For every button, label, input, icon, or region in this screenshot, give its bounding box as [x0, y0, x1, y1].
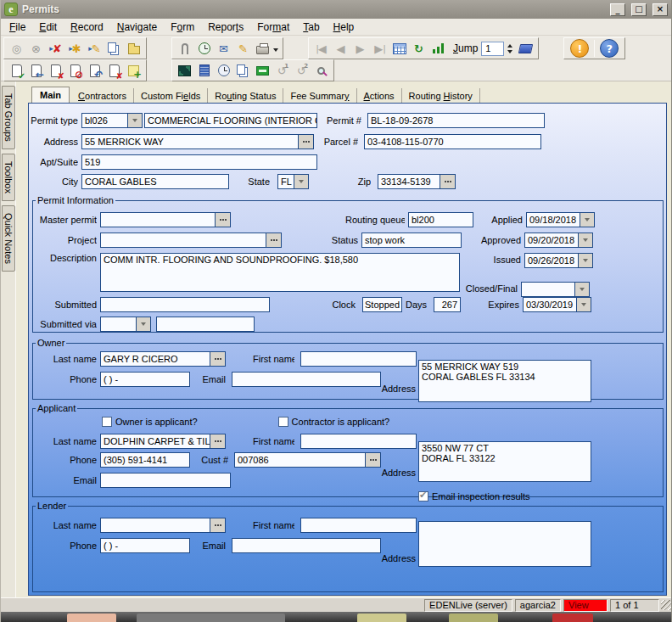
address-field[interactable]: 55 MERRICK WAY — [81, 134, 299, 149]
owner-is-applicant-checkbox[interactable] — [102, 417, 112, 427]
approved-date-field[interactable]: 09/20/2018 — [524, 233, 579, 248]
refresh-button[interactable]: ↻ — [409, 39, 428, 58]
sort-button[interactable] — [428, 39, 448, 58]
grid-view-button[interactable] — [389, 39, 409, 58]
undo-record-button[interactable]: ↶ — [85, 61, 104, 80]
description-field[interactable]: COMM INTR. FLOORING AND SOUNDPROOFING. $… — [100, 253, 460, 292]
submitted-field[interactable] — [100, 297, 270, 312]
menu-file[interactable]: File — [3, 20, 32, 35]
state-field[interactable]: FL — [277, 174, 294, 189]
maximize-button[interactable]: □ — [631, 3, 647, 16]
lender-phone-field[interactable]: ( ) - — [100, 538, 190, 553]
print-dropdown-arrow[interactable] — [273, 48, 278, 54]
master-permit-field[interactable] — [100, 212, 216, 227]
permit-type-field[interactable]: bl026 — [81, 113, 128, 128]
applicant-cust-lookup-button[interactable] — [366, 452, 381, 468]
stop-record-button[interactable]: ⊘ — [65, 61, 85, 80]
applied-date-dropdown-button[interactable] — [580, 212, 595, 227]
taskbar-app-3[interactable] — [357, 614, 406, 622]
contractor-is-applicant-checkbox[interactable] — [278, 417, 288, 427]
applicant-email-field[interactable] — [100, 473, 231, 488]
tab-actions[interactable]: Actions — [357, 88, 402, 103]
map-button[interactable] — [175, 61, 194, 80]
applied-date-field[interactable]: 09/18/2018 — [526, 212, 580, 227]
new-record-button[interactable]: ▸✱ — [65, 39, 85, 58]
copy-record-button[interactable] — [104, 39, 124, 58]
menu-tab[interactable]: Tab — [296, 20, 326, 35]
zip-lookup-button[interactable] — [440, 174, 456, 189]
owner-email-field[interactable] — [232, 372, 381, 387]
applicant-phone-field[interactable]: (305) 591-4141 — [100, 452, 190, 468]
return-record-button[interactable]: ← — [26, 61, 46, 80]
applicant-last-name-field[interactable]: DOLPHIN CARPET & TILE — [100, 434, 210, 449]
project-lookup-button[interactable] — [266, 233, 282, 248]
applicant-cust-field[interactable]: 007086 — [234, 452, 366, 468]
alerts-button[interactable]: ! — [570, 39, 589, 58]
permit-number-field[interactable]: BL-18-09-2678 — [367, 113, 545, 128]
record-history-button[interactable] — [194, 39, 214, 58]
last-record-button[interactable]: ▶| — [370, 39, 389, 58]
expires-date-field[interactable]: 03/30/2019 — [523, 297, 577, 312]
owner-phone-field[interactable]: ( ) - — [100, 372, 190, 387]
spin-up-icon[interactable] — [507, 44, 512, 48]
submitted-via-dropdown-button[interactable] — [137, 317, 151, 332]
owner-first-name-field[interactable] — [300, 351, 417, 367]
city-field[interactable]: CORAL GABLES — [81, 174, 229, 189]
first-record-button[interactable]: |◀ — [311, 39, 331, 58]
issued-date-dropdown-button[interactable] — [579, 253, 593, 268]
closed-final-dropdown-button[interactable] — [575, 282, 590, 297]
tab-custom-fields[interactable]: Custom Fields — [134, 88, 208, 103]
delete-record-button[interactable]: ▸✘ — [46, 39, 65, 58]
person-search-button[interactable] — [311, 61, 331, 80]
owner-address-field[interactable]: 55 MERRICK WAY 519 CORAL GABLES FL 33134 — [418, 360, 591, 402]
taskbar-app-1[interactable] — [67, 614, 116, 622]
clock-field[interactable]: Stopped — [362, 297, 402, 312]
lender-email-field[interactable] — [232, 538, 381, 553]
parcel-number-field[interactable]: 03-4108-115-0770 — [364, 134, 541, 149]
expires-date-dropdown-button[interactable] — [577, 297, 591, 312]
taskbar-app-4[interactable] — [449, 614, 498, 622]
menu-reports[interactable]: Reports — [201, 20, 250, 35]
fees-button[interactable] — [253, 61, 272, 80]
tab-contractors[interactable]: Contractors — [71, 88, 134, 103]
reject-record-button[interactable]: ✘ — [46, 61, 65, 80]
project-field[interactable] — [100, 233, 266, 248]
menu-help[interactable]: Help — [327, 20, 361, 35]
master-permit-lookup-button[interactable] — [216, 212, 231, 227]
apt-suite-field[interactable]: 519 — [81, 154, 317, 170]
permit-type-dropdown-button[interactable] — [128, 113, 143, 128]
applicant-lookup-button[interactable] — [210, 434, 226, 449]
next-record-button[interactable]: ▶ — [350, 39, 370, 58]
time-button[interactable] — [214, 61, 233, 80]
edit-memo-button[interactable]: ✎ — [233, 39, 253, 58]
owner-lookup-button[interactable] — [210, 351, 226, 367]
lender-first-name-field[interactable] — [300, 518, 417, 533]
side-tab-tab-groups[interactable]: Tab Groups — [2, 86, 15, 149]
lender-address-field[interactable] — [418, 521, 591, 567]
approved-date-dropdown-button[interactable] — [579, 233, 593, 248]
status-field[interactable]: stop work — [361, 233, 462, 248]
owner-last-name-field[interactable]: GARY R CICERO — [100, 351, 210, 367]
taskbar-app-5[interactable] — [552, 614, 593, 622]
side-tab-toolbox[interactable]: Toolbox — [2, 154, 15, 201]
add-note-button[interactable]: + — [124, 61, 143, 80]
copy-documents-button[interactable] — [233, 61, 253, 80]
applicant-address-field[interactable]: 3550 NW 77 CT DORAL FL 33122 — [418, 441, 591, 482]
tab-main[interactable]: Main — [31, 87, 70, 103]
zip-field[interactable]: 33134-5139 — [378, 174, 440, 189]
issued-date-field[interactable]: 09/26/2018 — [524, 253, 579, 268]
void-record-button[interactable]: ⊗ — [26, 39, 46, 58]
calculator-button[interactable] — [194, 61, 214, 80]
menu-form[interactable]: Form — [164, 20, 201, 35]
address-lookup-button[interactable] — [299, 134, 314, 149]
print-button[interactable] — [253, 39, 272, 58]
state-dropdown-button[interactable] — [294, 174, 309, 189]
tab-fee-summary[interactable]: Fee Summary — [283, 88, 356, 103]
notebook-button[interactable] — [516, 39, 535, 58]
import-record-button[interactable] — [124, 39, 143, 58]
tab-routing-history[interactable]: Routing History — [402, 88, 480, 103]
lender-last-name-field[interactable] — [100, 518, 210, 533]
permit-type-desc-field[interactable]: COMMERCIAL FLOORING (INTERIOR ONL — [144, 113, 317, 128]
menu-edit[interactable]: Edit — [32, 20, 64, 35]
spin-down-icon[interactable] — [507, 50, 512, 53]
